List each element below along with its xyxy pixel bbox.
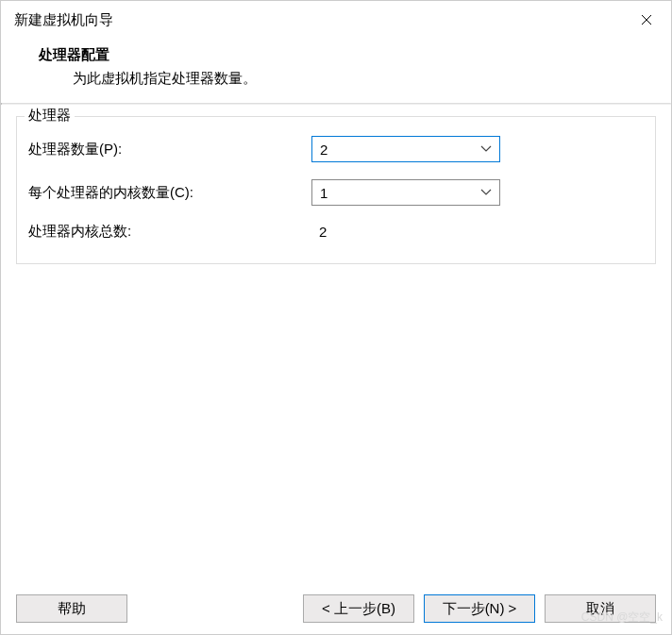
chevron-down-icon [480,145,492,153]
processor-count-label: 处理器数量(P): [28,141,311,159]
cores-per-processor-row: 每个处理器的内核数量(C): 1 [28,179,644,206]
total-cores-label: 处理器内核总数: [28,223,311,241]
total-cores-value: 2 [311,224,327,240]
wizard-header: 处理器配置 为此虚拟机指定处理器数量。 [1,37,671,103]
cancel-button[interactable]: 取消 [545,594,656,623]
processor-count-select[interactable]: 2 [311,136,500,162]
close-button[interactable] [633,8,660,31]
window-title: 新建虚拟机向导 [14,11,113,29]
next-button-label: 下一步(N) > [443,600,517,618]
group-label: 处理器 [25,107,75,125]
chevron-down-icon [480,189,492,196]
processor-count-row: 处理器数量(P): 2 [28,136,644,162]
processor-count-value: 2 [320,142,328,158]
cores-per-processor-select[interactable]: 1 [311,179,500,206]
next-button[interactable]: 下一步(N) > [424,594,535,623]
header-title: 处理器配置 [39,46,633,64]
help-button-label: 帮助 [58,600,86,618]
content-area: 处理器 处理器数量(P): 2 每个处理器的内核数量(C): 1 [1,105,671,583]
cores-per-processor-value: 1 [320,185,328,201]
button-bar: 帮助 < 上一步(B) 下一步(N) > 取消 [1,583,671,634]
processor-group: 处理器 处理器数量(P): 2 每个处理器的内核数量(C): 1 [16,116,656,264]
header-description: 为此虚拟机指定处理器数量。 [39,70,633,88]
close-icon [641,12,652,28]
titlebar: 新建虚拟机向导 [1,1,671,37]
cancel-button-label: 取消 [586,600,614,618]
back-button-label: < 上一步(B) [322,600,395,618]
help-button[interactable]: 帮助 [16,594,127,623]
back-button[interactable]: < 上一步(B) [303,594,414,623]
total-cores-row: 处理器内核总数: 2 [28,223,644,241]
wizard-dialog: 新建虚拟机向导 处理器配置 为此虚拟机指定处理器数量。 处理器 处理器数量(P)… [0,0,672,635]
cores-per-processor-label: 每个处理器的内核数量(C): [28,184,311,202]
